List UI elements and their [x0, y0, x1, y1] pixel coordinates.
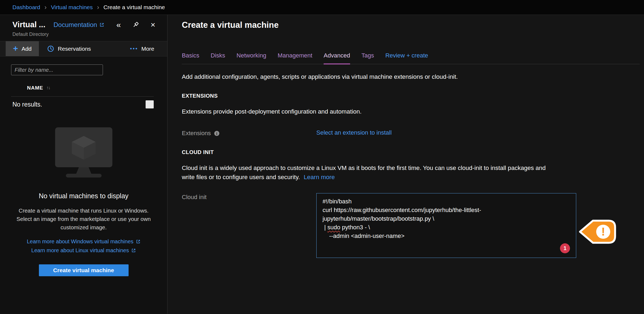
extensions-field-row: Extensions i Select an extension to inst… — [182, 129, 644, 137]
learn-windows-vm-label: Learn more about Windows virtual machine… — [27, 238, 133, 245]
select-extension-link[interactable]: Select an extension to install — [316, 129, 392, 136]
info-icon[interactable]: i — [214, 131, 220, 136]
script-line-2: curl https://raw.githubusercontent.com/j… — [323, 206, 570, 223]
extensions-section-description: Extensions provide post-deployment confi… — [182, 107, 560, 116]
extensions-field-label: Extensions — [182, 130, 211, 137]
svg-text:i: i — [216, 131, 217, 135]
documentation-link[interactable]: Documentation — [53, 21, 104, 29]
blade-title: Virtual ... — [12, 20, 45, 29]
script-line-4: --admin <admin-user-name> — [323, 232, 570, 240]
close-blade-icon[interactable]: × — [150, 21, 155, 29]
external-link-icon — [99, 22, 104, 27]
reservations-button[interactable]: Reservations — [47, 45, 91, 52]
blade-toolbar: + Add Reservations ••• More — [0, 41, 167, 56]
no-results-label: No results. — [12, 101, 42, 108]
external-link-icon — [131, 248, 136, 253]
name-column-header[interactable]: NAME ↑↓ — [27, 85, 167, 91]
tab-advanced[interactable]: Advanced — [324, 52, 350, 64]
sort-arrows-icon: ↑↓ — [46, 85, 50, 91]
blade-header: Virtual ... Documentation « — [0, 15, 167, 41]
more-button[interactable]: ••• More — [130, 46, 154, 52]
clock-icon — [47, 45, 54, 52]
no-results-row: No results. — [0, 97, 167, 108]
checkbox[interactable] — [146, 100, 154, 108]
sudo-misspelled-word: sudo — [327, 224, 340, 231]
cloud-init-section-title: CLOUD INIT — [182, 149, 644, 155]
cloud-init-textarea[interactable]: #!/bin/bash curl https://raw.githubuserc… — [316, 193, 576, 258]
create-vm-panel: Create a virtual machine Basics Disks Ne… — [167, 15, 644, 314]
add-button[interactable]: + Add — [6, 41, 39, 56]
breadcrumb-virtual-machines[interactable]: Virtual machines — [51, 4, 93, 11]
learn-windows-vm-link[interactable]: Learn more about Windows virtual machine… — [27, 238, 140, 245]
collapse-blade-icon[interactable]: « — [116, 21, 121, 29]
empty-state-heading: No virtual machines to display — [39, 192, 128, 200]
script-line-3: | sudo python3 - \ — [323, 223, 570, 232]
pin-icon[interactable] — [132, 21, 139, 28]
directory-subtitle: Default Directory — [12, 32, 159, 37]
vm-monitor-illustration — [55, 127, 112, 180]
page-title: Create a virtual machine — [182, 15, 644, 30]
documentation-link-label: Documentation — [53, 21, 97, 29]
learn-linux-vm-label: Learn more about Linux virtual machines — [31, 247, 129, 254]
cloud-init-field-label: Cloud init — [182, 194, 207, 201]
tab-review-create[interactable]: Review + create — [385, 52, 428, 64]
learn-linux-vm-link[interactable]: Learn more about Linux virtual machines — [31, 247, 136, 254]
learn-more-link[interactable]: Learn more — [304, 174, 335, 180]
tab-disks[interactable]: Disks — [211, 52, 225, 64]
virtual-machines-blade: Virtual ... Documentation « — [0, 15, 167, 314]
tab-tags[interactable]: Tags — [361, 52, 374, 64]
create-virtual-machine-button[interactable]: Create virtual machine — [39, 264, 129, 276]
filter-by-name-input[interactable] — [11, 64, 103, 75]
empty-state-description: Create a virtual machine that runs Linux… — [12, 206, 155, 231]
cloud-init-description-text: Cloud init is a widely used approach to … — [182, 165, 546, 180]
add-button-label: Add — [22, 46, 32, 52]
cloud-init-section-description: Cloud init is a widely used approach to … — [182, 163, 560, 182]
script-line-1: #!/bin/bash — [323, 197, 570, 206]
tab-networking[interactable]: Networking — [237, 52, 266, 64]
plus-icon: + — [13, 44, 18, 53]
ellipsis-icon: ••• — [130, 46, 138, 52]
empty-state: No virtual machines to display Create a … — [0, 127, 167, 276]
azure-portal-window: Dashboard › Virtual machines › Create a … — [0, 0, 644, 314]
advanced-tab-intro: Add additional configuration, agents, sc… — [182, 73, 644, 80]
wizard-tabs: Basics Disks Networking Management Advan… — [182, 52, 640, 64]
tab-basics[interactable]: Basics — [182, 52, 199, 64]
cloud-init-field-row: Cloud init #!/bin/bash curl https://raw.… — [182, 193, 644, 258]
breadcrumb-dashboard[interactable]: Dashboard — [12, 4, 40, 11]
breadcrumb: Dashboard › Virtual machines › Create a … — [0, 0, 644, 15]
extensions-section-title: EXTENSIONS — [182, 93, 644, 99]
chevron-right-icon: › — [97, 4, 99, 11]
more-label: More — [141, 46, 154, 52]
breadcrumb-current-page: Create a virtual machine — [103, 4, 165, 11]
name-column-label: NAME — [27, 85, 43, 91]
external-link-icon — [136, 239, 140, 244]
tab-management[interactable]: Management — [278, 52, 312, 64]
step-badge: 1 — [560, 243, 570, 253]
chevron-right-icon: › — [45, 4, 47, 11]
reservations-label: Reservations — [58, 46, 91, 52]
